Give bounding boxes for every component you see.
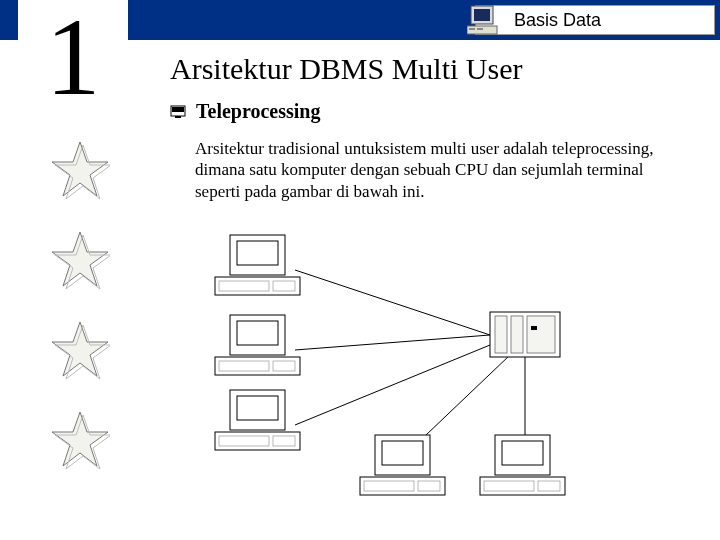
page-number-text: 1 <box>46 2 101 112</box>
course-title: Basis Data <box>514 10 601 31</box>
terminal-icon <box>360 435 445 495</box>
terminal-icon <box>215 390 300 450</box>
terminal-icon <box>215 315 300 375</box>
star-decoration-icon <box>50 140 110 200</box>
svg-rect-32 <box>237 321 278 345</box>
page-number: 1 <box>18 0 128 122</box>
slide-title: Arsitektur DBMS Multi User <box>170 52 523 86</box>
svg-rect-33 <box>215 357 300 375</box>
svg-rect-48 <box>480 477 565 495</box>
svg-rect-3 <box>469 28 475 30</box>
screen-bullet-icon <box>170 105 186 119</box>
svg-rect-38 <box>215 432 300 450</box>
svg-rect-4 <box>477 28 483 30</box>
svg-rect-1 <box>474 9 490 21</box>
svg-rect-25 <box>531 326 537 330</box>
computer-icon <box>467 4 501 36</box>
svg-rect-22 <box>495 316 507 353</box>
svg-rect-24 <box>527 316 555 353</box>
bullet-heading: Teleprocessing <box>196 100 320 123</box>
svg-line-17 <box>295 335 490 350</box>
svg-rect-42 <box>382 441 423 465</box>
svg-line-18 <box>295 345 490 425</box>
svg-rect-28 <box>215 277 300 295</box>
svg-rect-14 <box>172 107 184 112</box>
star-column <box>0 130 130 540</box>
star-decoration-icon <box>50 230 110 290</box>
svg-rect-43 <box>360 477 445 495</box>
star-decoration-icon <box>50 410 110 470</box>
svg-line-16 <box>295 270 490 335</box>
svg-rect-15 <box>175 116 181 118</box>
svg-rect-27 <box>237 241 278 265</box>
bullet-row: Teleprocessing <box>170 100 320 123</box>
svg-rect-47 <box>502 441 543 465</box>
body-paragraph: Arsitektur tradisional untuksistem multi… <box>195 138 675 202</box>
svg-rect-23 <box>511 316 523 353</box>
terminal-icon <box>215 235 300 295</box>
teleprocessing-diagram <box>195 230 615 510</box>
server-icon <box>490 312 560 357</box>
terminal-icon <box>480 435 565 495</box>
course-title-box: Basis Data <box>475 5 715 35</box>
svg-rect-37 <box>237 396 278 420</box>
star-decoration-icon <box>50 320 110 380</box>
